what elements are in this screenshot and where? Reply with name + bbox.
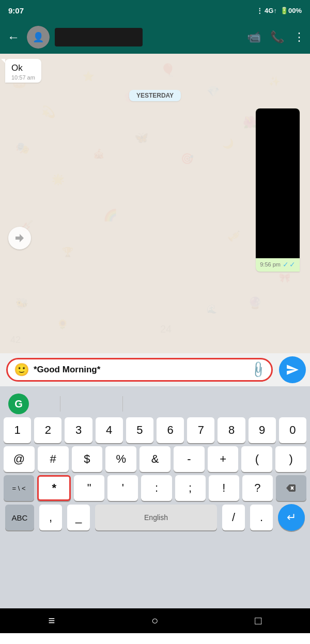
key-dquote[interactable]: " bbox=[74, 475, 104, 501]
grammarly-button[interactable]: G bbox=[8, 394, 29, 414]
contact-avatar[interactable]: 👤 bbox=[27, 26, 50, 49]
messages-list: Ok 10:57 am YESTERDAY 9:56 pm ✓ ✓ bbox=[0, 54, 310, 272]
key-amp[interactable]: & bbox=[140, 446, 171, 472]
battery-icon: 🔋00% bbox=[280, 7, 302, 14]
chat-area: 🎂 💫 ⭐ 🌸 🎈 💎 🌺 ✨ 🎭 🌟 🎪 🦋 🎯 🌙 ⚡ 🎸 🏆 🌈 🎺 🦄 … bbox=[0, 54, 310, 353]
number-row: 1 2 3 4 5 6 7 8 9 0 bbox=[2, 417, 308, 443]
key-9[interactable]: 9 bbox=[249, 417, 276, 443]
key-6[interactable]: 6 bbox=[157, 417, 184, 443]
signal-icon: ⋮ 4G↑ bbox=[256, 7, 277, 14]
read-receipts: ✓ ✓ bbox=[283, 260, 296, 269]
video-time: 9:56 pm bbox=[260, 261, 281, 268]
video-thumbnail bbox=[256, 108, 300, 258]
emoji-button[interactable]: 🙂 bbox=[14, 363, 29, 377]
call-button[interactable]: 📞 bbox=[270, 30, 284, 44]
key-7[interactable]: 7 bbox=[187, 417, 214, 443]
key-comma[interactable]: , bbox=[39, 505, 62, 530]
key-slash[interactable]: / bbox=[222, 505, 245, 530]
grammarly-row: G bbox=[2, 390, 308, 417]
key-asterisk[interactable]: * bbox=[37, 475, 71, 501]
outgoing-video-message[interactable]: 9:56 pm ✓ ✓ bbox=[256, 108, 300, 272]
header-actions: 📹 📞 ⋮ bbox=[247, 30, 305, 44]
check-icon-2: ✓ bbox=[289, 260, 296, 269]
key-1[interactable]: 1 bbox=[4, 417, 31, 443]
day-separator: YESTERDAY bbox=[129, 90, 181, 101]
message-text: Ok bbox=[11, 63, 23, 73]
message-time: 10:57 am bbox=[11, 74, 35, 81]
nav-home-icon[interactable]: ○ bbox=[151, 614, 158, 627]
key-plus[interactable]: + bbox=[208, 446, 239, 472]
symbol-row-2: = \ < * " ' : ; ! ? bbox=[2, 475, 308, 501]
key-minus[interactable]: - bbox=[174, 446, 205, 472]
menu-button[interactable]: ⋮ bbox=[293, 30, 305, 44]
key-underscore[interactable]: _ bbox=[67, 505, 90, 530]
send-button[interactable] bbox=[279, 356, 306, 383]
input-container: 🙂 *Good Morning* 📎 bbox=[0, 353, 310, 386]
key-4[interactable]: 4 bbox=[96, 417, 123, 443]
key-0[interactable]: 0 bbox=[279, 417, 306, 443]
svg-text:24: 24 bbox=[160, 323, 172, 335]
message-input-area[interactable]: 🙂 *Good Morning* 📎 bbox=[6, 358, 273, 382]
nav-back-icon[interactable]: □ bbox=[255, 614, 261, 627]
key-8[interactable]: 8 bbox=[218, 417, 245, 443]
key-at[interactable]: @ bbox=[4, 446, 35, 472]
message-input[interactable]: *Good Morning* bbox=[34, 365, 247, 375]
divider-1 bbox=[60, 396, 60, 412]
svg-text:42: 42 bbox=[10, 335, 21, 345]
divider-2 bbox=[122, 396, 123, 412]
incoming-message: Ok 10:57 am bbox=[5, 59, 41, 83]
key-squote[interactable]: ' bbox=[107, 475, 138, 501]
contact-name-redacted bbox=[55, 28, 143, 46]
nav-menu-icon[interactable]: ≡ bbox=[48, 614, 55, 627]
key-period[interactable]: . bbox=[250, 505, 273, 530]
svg-text:🐝: 🐝 bbox=[16, 297, 28, 309]
attach-button[interactable]: 📎 bbox=[249, 360, 268, 379]
status-time: 9:07 bbox=[8, 6, 24, 15]
key-equals[interactable]: = \ < bbox=[4, 475, 34, 501]
check-icon-1: ✓ bbox=[283, 260, 289, 269]
key-abc[interactable]: ABC bbox=[5, 505, 34, 530]
nav-bar: ≡ ○ □ bbox=[0, 608, 310, 633]
key-delete[interactable] bbox=[276, 475, 306, 501]
key-5[interactable]: 5 bbox=[126, 417, 153, 443]
key-colon[interactable]: : bbox=[141, 475, 172, 501]
key-rparen[interactable]: ) bbox=[275, 446, 306, 472]
key-enter[interactable]: ↵ bbox=[278, 504, 305, 531]
status-bar: 9:07 ⋮ 4G↑ 🔋00% bbox=[0, 0, 310, 21]
svg-text:🔮: 🔮 bbox=[248, 296, 262, 310]
svg-text:🌻: 🌻 bbox=[57, 319, 69, 330]
forward-button[interactable] bbox=[8, 227, 31, 249]
key-3[interactable]: 3 bbox=[65, 417, 92, 443]
video-time-row: 9:56 pm ✓ ✓ bbox=[256, 258, 300, 272]
svg-text:🌊: 🌊 bbox=[207, 304, 217, 314]
svg-text:🎀: 🎀 bbox=[279, 272, 291, 284]
back-button[interactable]: ← bbox=[5, 28, 22, 46]
svg-text:👤: 👤 bbox=[33, 32, 44, 43]
keyboard: G 1 2 3 4 5 6 7 8 9 0 @ # $ % & - + ( ) … bbox=[0, 386, 310, 608]
key-exclaim[interactable]: ! bbox=[209, 475, 239, 501]
chat-header: ← 👤 📹 📞 ⋮ bbox=[0, 21, 310, 54]
symbol-row-1: @ # $ % & - + ( ) bbox=[2, 446, 308, 472]
bottom-row: ABC , _ English / . ↵ bbox=[2, 504, 308, 531]
key-percent[interactable]: % bbox=[105, 446, 136, 472]
video-call-button[interactable]: 📹 bbox=[247, 30, 261, 44]
key-lparen[interactable]: ( bbox=[241, 446, 272, 472]
status-icons: ⋮ 4G↑ 🔋00% bbox=[256, 7, 302, 14]
key-space[interactable]: English bbox=[95, 505, 217, 530]
key-hash[interactable]: # bbox=[38, 446, 69, 472]
key-question[interactable]: ? bbox=[242, 475, 273, 501]
key-dollar[interactable]: $ bbox=[72, 446, 103, 472]
key-2[interactable]: 2 bbox=[34, 417, 61, 443]
key-semicolon[interactable]: ; bbox=[175, 475, 206, 501]
